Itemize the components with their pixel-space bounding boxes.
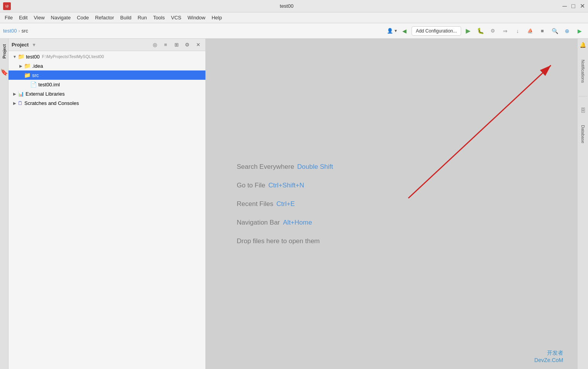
tree-label-src: src — [32, 72, 39, 78]
collapse-all-button[interactable]: ≡ — [161, 41, 170, 49]
user-button[interactable]: 👤 ▼ — [387, 28, 398, 34]
hint-key-navbar: Alt+Home — [283, 219, 312, 227]
folder-icon-src: 📁 — [24, 72, 31, 78]
menu-view[interactable]: View — [31, 14, 48, 21]
right-sidebar: 🔔 Notifications 🗄 Database — [577, 39, 588, 369]
sidebar-divider — [579, 96, 587, 96]
close-button[interactable]: ✕ — [580, 3, 585, 9]
title-bar: IJ test00 ─ □ ✕ — [0, 0, 588, 12]
add-config-label: Add Configuration... — [416, 28, 457, 34]
ide-button[interactable]: ▶ — [574, 26, 585, 36]
project-panel-header: Project ▼ ◎ ≡ ⊞ ⚙ ✕ — [9, 39, 205, 51]
menu-run[interactable]: Run — [135, 14, 150, 21]
hint-label-recent: Recent Files — [237, 200, 273, 208]
expand-all-button[interactable]: ⊞ — [172, 41, 181, 49]
project-dropdown-icon[interactable]: ▼ — [32, 42, 36, 48]
tree-arrow-scratches: ▶ — [12, 101, 18, 105]
project-tree: ▼ 📁 test00 F:\MyProjects\TestMySQL\test0… — [9, 51, 205, 369]
back-button[interactable]: ◀ — [399, 26, 410, 36]
editor-area: Search Everywhere Double Shift Go to Fil… — [206, 39, 577, 369]
tree-label-external-libs: External Libraries — [26, 91, 65, 97]
hint-key-gotofile: Ctrl+Shift+N — [268, 182, 304, 189]
menu-code[interactable]: Code — [74, 14, 92, 21]
step-over-button[interactable]: ⇒ — [500, 26, 511, 36]
project-tab-label[interactable]: Project — [1, 42, 7, 61]
folder-icon-test00: 📁 — [18, 53, 24, 60]
notifications-label[interactable]: Notifications — [580, 57, 586, 85]
hint-key-recent: Ctrl+E — [276, 200, 295, 208]
run-button[interactable]: ▶ — [463, 26, 473, 36]
hint-navigation-bar: Navigation Bar Alt+Home — [237, 219, 312, 227]
maximize-button[interactable]: □ — [571, 3, 575, 9]
app-logo: IJ — [3, 2, 11, 10]
menu-help[interactable]: Help — [209, 14, 225, 21]
tree-item-iml[interactable]: 📄 test00.iml — [9, 80, 205, 89]
menu-tools[interactable]: Tools — [150, 14, 168, 21]
tree-arrow-external-libs: ▶ — [12, 92, 18, 96]
editor-empty-state: Search Everywhere Double Shift Go to Fil… — [206, 39, 577, 369]
step-into-button[interactable]: ↓ — [512, 26, 523, 36]
title-bar-title: test00 — [280, 3, 293, 9]
hint-label-search: Search Everywhere — [237, 163, 294, 171]
add-configuration-button[interactable]: Add Configuration... — [412, 26, 461, 36]
tree-label-scratches: Scratches and Consoles — [24, 100, 79, 106]
tree-arrow-test00: ▼ — [12, 55, 18, 59]
menu-file[interactable]: File — [2, 14, 16, 21]
hint-search-everywhere: Search Everywhere Double Shift — [237, 163, 333, 171]
file-icon-iml: 📄 — [30, 81, 37, 88]
menu-window[interactable]: Window — [185, 14, 209, 21]
menu-vcs[interactable]: VCS — [168, 14, 185, 21]
breadcrumb-src[interactable]: src — [21, 28, 28, 34]
tree-item-scratches[interactable]: ▶ 🗒 Scratches and Consoles — [9, 98, 205, 108]
bookmark-icon[interactable]: 🔖 — [0, 69, 8, 76]
title-bar-controls: ─ □ ✕ — [562, 3, 585, 9]
hint-label-gotofile: Go to File — [237, 182, 265, 189]
hint-label-navbar: Navigation Bar — [237, 219, 280, 227]
menu-build[interactable]: Build — [117, 14, 135, 21]
tree-path-test00: F:\MyProjects\TestMySQL\test00 — [42, 54, 104, 59]
watermark: 开发者 DevZe.CoM — [534, 349, 563, 364]
menu-navigate[interactable]: Navigate — [48, 14, 74, 21]
folder-icon-idea: 📁 — [24, 63, 31, 69]
title-bar-left: IJ — [3, 2, 11, 10]
build-button[interactable]: ⚙ — [487, 26, 498, 36]
update-button[interactable]: ⊕ — [562, 26, 573, 36]
watermark-line2: DevZe.CoM — [534, 357, 563, 364]
database-icon: 🗄 — [580, 107, 586, 113]
menu-refactor[interactable]: Refactor — [92, 14, 117, 21]
main-area: Project 🔖 Project ▼ ◎ ≡ ⊞ ⚙ ✕ ▼ 📁 test00… — [0, 39, 588, 369]
library-icon: 📊 — [18, 91, 24, 97]
user-icon: 👤 — [387, 28, 393, 34]
breadcrumb-project[interactable]: test00 — [3, 28, 17, 34]
stop-button[interactable]: ■ — [537, 26, 548, 36]
notification-bell-icon: 🔔 — [579, 42, 586, 48]
tree-item-test00[interactable]: ▼ 📁 test00 F:\MyProjects\TestMySQL\test0… — [9, 52, 205, 61]
minimize-button[interactable]: ─ — [562, 3, 567, 9]
settings-icon[interactable]: ⚙ — [183, 41, 191, 49]
tree-item-src[interactable]: 📁 src — [9, 70, 205, 80]
watermark-line1: 开发者 — [534, 349, 563, 357]
debug-button[interactable]: 🐛 — [475, 26, 486, 36]
hint-go-to-file: Go to File Ctrl+Shift+N — [237, 182, 304, 189]
menu-edit[interactable]: Edit — [16, 14, 31, 21]
menu-bar: File Edit View Navigate Code Refactor Bu… — [0, 12, 588, 23]
toolbar: test00 › src 👤 ▼ ◀ Add Configuration... … — [0, 23, 588, 39]
hint-key-search: Double Shift — [297, 163, 333, 171]
tree-item-external-libs[interactable]: ▶ 📊 External Libraries — [9, 89, 205, 98]
tree-label-idea: .idea — [32, 63, 43, 69]
tree-item-idea[interactable]: ▶ 📁 .idea — [9, 61, 205, 70]
locate-file-button[interactable]: ◎ — [150, 41, 159, 49]
hint-label-dropfiles: Drop files here to open them — [237, 237, 320, 245]
left-side-tab: Project 🔖 — [0, 39, 9, 369]
database-label[interactable]: Database — [580, 123, 586, 146]
vcs-button[interactable]: ⛵ — [525, 26, 535, 36]
user-chevron: ▼ — [394, 29, 398, 33]
tree-label-test00: test00 — [26, 54, 39, 60]
tree-label-iml: test00.iml — [38, 82, 60, 88]
search-button[interactable]: 🔍 — [549, 26, 560, 36]
tree-arrow-idea: ▶ — [18, 64, 24, 68]
close-panel-button[interactable]: ✕ — [194, 41, 202, 49]
breadcrumb-separator: › — [18, 28, 20, 34]
hint-recent-files: Recent Files Ctrl+E — [237, 200, 295, 208]
project-panel: Project ▼ ◎ ≡ ⊞ ⚙ ✕ ▼ 📁 test00 F:\MyProj… — [9, 39, 206, 369]
